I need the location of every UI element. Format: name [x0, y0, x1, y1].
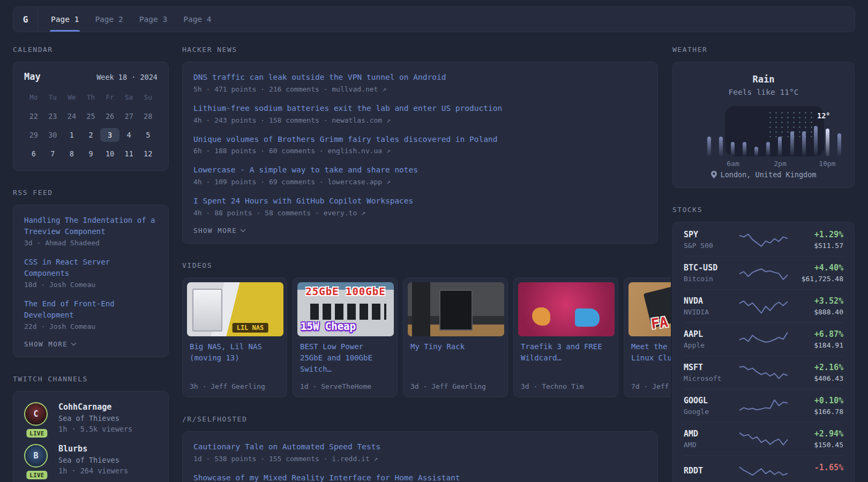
hackernews-item-title[interactable]: DNS traffic can leak outside the VPN tun…: [193, 72, 647, 84]
video-title[interactable]: Big NAS, Lil NAS (moving 13): [190, 341, 280, 364]
stock-row[interactable]: AAPL Apple +6.87% $184.91: [684, 322, 843, 356]
stock-row[interactable]: NVDA NVIDIA +3.52% $888.40: [684, 289, 843, 322]
calendar-day[interactable]: 28: [138, 109, 158, 123]
page-tab[interactable]: Page 1: [50, 7, 80, 32]
videos-row: LIL NAS Big NAS, Lil NAS (moving 13) 3h …: [182, 277, 671, 397]
rss-item-meta: 18d · Josh Comeau: [24, 281, 158, 289]
weather-bar: [707, 137, 711, 156]
calendar-day[interactable]: 26: [100, 109, 119, 123]
hackernews-item-title[interactable]: Lithium-free sodium batteries exit the l…: [193, 103, 647, 115]
twitch-channel-name[interactable]: Blurbs: [58, 444, 128, 454]
calendar-day[interactable]: 27: [119, 109, 139, 123]
weather-bar: [766, 142, 770, 156]
video-card: LIL NAS Big NAS, Lil NAS (moving 13) 3h …: [182, 277, 287, 397]
hackernews-item-title[interactable]: I Spent 24 Hours with GitHub Copilot Wor…: [193, 195, 647, 207]
weather-time-label: 10pm: [819, 160, 835, 168]
stock-right: +2.16% $406.43: [790, 363, 843, 382]
stock-ticker[interactable]: RDDT: [684, 466, 739, 476]
twitch-card: C LIVE CohhCarnage Sea of Thieves 1h · 5…: [13, 391, 169, 482]
weather-card: Rain Feels like 11°C 12° 6am 2pm 10pm: [672, 62, 855, 188]
hackernews-item: Lithium-free sodium batteries exit the l…: [193, 103, 647, 124]
twitch-channel-name[interactable]: CohhCarnage: [58, 402, 132, 412]
stock-right: +3.52% $888.40: [790, 296, 843, 316]
stock-row[interactable]: AMD AMD +2.94% $150.45: [684, 422, 843, 455]
page-tab[interactable]: Page 3: [138, 7, 168, 32]
hackernews-section: HACKER NEWS DNS traffic can leak outside…: [182, 46, 658, 244]
calendar-day[interactable]: 30: [43, 128, 63, 142]
weather-peak-temp: 12°: [817, 111, 830, 120]
calendar-day[interactable]: 8: [62, 147, 81, 161]
calendar-day[interactable]: 12: [138, 147, 158, 161]
calendar-day[interactable]: 10: [100, 147, 119, 161]
calendar-section: CALENDAR May Week 18 · 2024 MoTuWeThFrSa…: [13, 46, 169, 171]
calendar-day[interactable]: 2: [81, 128, 101, 142]
calendar-day[interactable]: 9: [81, 147, 101, 161]
calendar-day[interactable]: 22: [24, 109, 43, 123]
weather-bar: [790, 131, 794, 156]
video-thumbnail[interactable]: LIL NAS: [187, 282, 283, 336]
hackernews-item-meta: 4h · 109 points · 69 comments · lowercas…: [193, 178, 647, 186]
calendar-day[interactable]: 11: [119, 147, 139, 161]
calendar-day[interactable]: 24: [62, 109, 81, 123]
calendar-day[interactable]: 29: [24, 128, 43, 142]
avatar[interactable]: B: [24, 444, 48, 468]
stock-ticker[interactable]: AAPL: [684, 329, 739, 339]
hackernews-item-title[interactable]: Lowercase - A simple way to take and sha…: [193, 164, 647, 176]
video-thumbnail[interactable]: [518, 282, 615, 336]
reddit-item-title[interactable]: Showcase of my Mixed Reality Interface f…: [193, 472, 647, 482]
reddit-section-title: /R/SELFHOSTED: [182, 415, 658, 423]
videos-section-title: VIDEOS: [182, 261, 658, 269]
rss-item-title[interactable]: Handling The Indentation of a Treeview C…: [24, 215, 158, 237]
stock-ticker[interactable]: MSFT: [684, 363, 739, 372]
weather-bar: [814, 126, 818, 156]
weather-location: London, United Kingdom: [721, 170, 817, 179]
calendar-day[interactable]: 1: [62, 128, 81, 142]
video-card: My Tiny Rack 3d · Jeff Geerling: [403, 277, 508, 397]
stock-row[interactable]: GOOGL Google +0.10% $166.78: [684, 389, 843, 422]
stock-ticker[interactable]: SPY: [684, 230, 739, 239]
hackernews-item-title[interactable]: Unique volumes of Brothers Grimm fairy t…: [193, 134, 647, 146]
stock-change: +2.94%: [790, 429, 843, 439]
stock-ticker[interactable]: GOOGL: [684, 396, 739, 405]
hackernews-show-more-button[interactable]: SHOW MORE: [193, 227, 647, 235]
stock-row[interactable]: SPY S&P 500 +1.29% $511.57: [684, 223, 843, 256]
video-title[interactable]: Traefik 3 and FREE Wildcard…: [521, 341, 611, 364]
reddit-item: Cautionary Tale on Automated Speed Tests…: [193, 441, 647, 463]
stock-row[interactable]: RDDT -1.65%: [684, 455, 843, 482]
video-title[interactable]: My Tiny Rack: [410, 341, 500, 352]
twitch-channel-meta: 1h · 264 viewers: [58, 466, 128, 475]
reddit-section: /R/SELFHOSTED Cautionary Tale on Automat…: [182, 415, 658, 482]
calendar-day[interactable]: 6: [24, 147, 43, 161]
hackernews-show-more-label: SHOW MORE: [193, 227, 237, 235]
stock-ticker[interactable]: NVDA: [684, 296, 739, 306]
reddit-item-title[interactable]: Cautionary Tale on Automated Speed Tests: [193, 441, 647, 453]
stock-row[interactable]: MSFT Microsoft +2.16% $406.43: [684, 356, 843, 389]
rss-show-more-button[interactable]: SHOW MORE: [24, 340, 158, 348]
video-thumbnail[interactable]: 25GbE 100GbE 15W Cheap: [297, 282, 394, 336]
calendar-day[interactable]: 4: [119, 128, 139, 142]
page-tab[interactable]: Page 4: [182, 7, 212, 32]
calendar-day[interactable]: 25: [81, 109, 101, 123]
stock-ticker[interactable]: BTC-USD: [684, 263, 739, 273]
rss-item-title[interactable]: CSS in React Server Components: [24, 257, 158, 279]
stock-left: GOOGL Google: [684, 396, 739, 416]
weather-bar: [802, 131, 806, 156]
video-title[interactable]: BEST Low Power 25GbE and 100GbE Switch…: [300, 341, 390, 375]
calendar-day[interactable]: 5: [138, 128, 158, 142]
stock-row[interactable]: BTC-USD Bitcoin +4.40% $61,725.48: [684, 256, 843, 289]
video-title[interactable]: Meet the Linux Clu: [631, 341, 671, 364]
calendar-day[interactable]: 7: [43, 147, 63, 161]
video-meta: 3h · Jeff Geerling: [190, 378, 280, 390]
video-thumbnail[interactable]: [408, 282, 504, 336]
stock-ticker[interactable]: AMD: [684, 429, 739, 439]
app-logo[interactable]: G: [13, 7, 38, 32]
right-column: WEATHER Rain Feels like 11°C 12° 6am 2pm…: [672, 46, 855, 482]
calendar-day[interactable]: 23: [43, 109, 63, 123]
weather-bar: [778, 137, 782, 156]
avatar[interactable]: C: [24, 402, 48, 426]
rss-item-title[interactable]: The End of Front-End Development: [24, 298, 158, 321]
video-thumbnail[interactable]: FA: [628, 282, 671, 336]
page-tab[interactable]: Page 2: [94, 7, 124, 32]
calendar-day[interactable]: 3: [100, 128, 119, 142]
twitch-avatar-wrap: B LIVE: [24, 444, 50, 475]
